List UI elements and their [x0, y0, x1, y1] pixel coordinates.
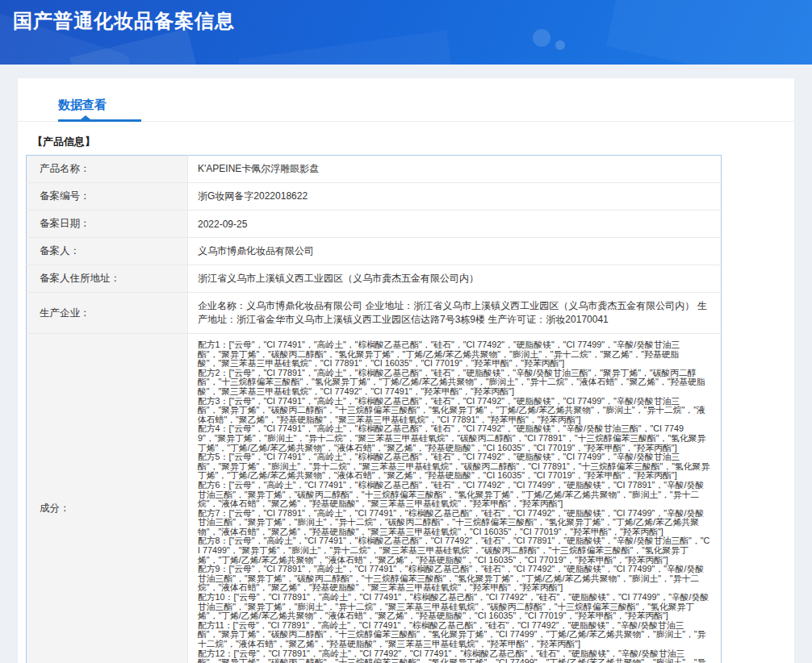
formula-line: 配方8：["云母"，"高岭土"，"CI 77491"，"棕榈酸乙基己酯"，"CI…	[198, 536, 711, 565]
row-label: 备案编号：	[27, 183, 188, 211]
row-label: 备案人住所地址：	[27, 265, 188, 293]
table-row: 备案编号：浙G妆网备字2022018622	[27, 183, 722, 211]
formula-line: 配方3：["云母"，"CI 77491"，"高岭土"，"棕榈酸乙基己酯"，"硅石…	[198, 397, 711, 425]
row-value: 浙江省义乌市上溪镇义西工业园区（义乌市龚杰五金有限公司内）	[188, 265, 722, 293]
row-label: 生产企业：	[27, 293, 188, 334]
product-info-table: 产品名称：K'APEINE卡佩尔浮雕眼影盘备案编号：浙G妆网备字20220186…	[26, 155, 722, 663]
row-value: 浙G妆网备字2022018622	[188, 183, 722, 211]
row-value: 企业名称：义乌市博鼎化妆品有限公司 企业地址：浙江省义乌市上溪镇义西工业园区（义…	[188, 293, 722, 334]
table-row: 备案日期：2022-09-25	[27, 211, 722, 238]
formula-line: 配方7：["云母"，"CI 77891"，"高岭土"，"CI 77491"，"棕…	[198, 509, 711, 537]
section-title-product-info: 【产品信息】	[32, 135, 794, 149]
page-banner: 国产普通化妆品备案信息	[0, 0, 812, 65]
product-info-table-body: 产品名称：K'APEINE卡佩尔浮雕眼影盘备案编号：浙G妆网备字20220186…	[27, 156, 722, 663]
table-row: 成分：配方1：["云母"，"CI 77491"，"高岭土"，"棕榈酸乙基己酯"，…	[27, 334, 722, 663]
formula-line: 配方12：["云母"，"CI 77891"，"高岭土"，"CI 77492"，"…	[198, 649, 711, 663]
banner-decoration-dot	[555, 40, 565, 50]
row-value: 2022-09-25	[188, 211, 722, 238]
formula-line: 配方9：["云母"，"CI 77891"，"高岭土"，"CI 77491"，"棕…	[198, 565, 711, 593]
active-tab-pointer-icon	[81, 115, 90, 119]
row-label: 产品名称：	[27, 156, 188, 183]
row-value: K'APEINE卡佩尔浮雕眼影盘	[188, 156, 722, 183]
tab-bar: 数据查看	[18, 78, 794, 122]
content-card: 数据查看 【产品信息】 产品名称：K'APEINE卡佩尔浮雕眼影盘备案编号：浙G…	[18, 78, 794, 663]
table-row: 产品名称：K'APEINE卡佩尔浮雕眼影盘	[27, 156, 722, 183]
table-row: 生产企业：企业名称：义乌市博鼎化妆品有限公司 企业地址：浙江省义乌市上溪镇义西工…	[27, 293, 722, 334]
formula-line: 配方10：["云母"，"CI 77891"，"高岭土"，"CI 77491"，"…	[198, 593, 711, 621]
row-label: 备案人：	[27, 238, 188, 265]
page-title: 国产普通化妆品备案信息	[13, 8, 235, 34]
active-tab-underline	[58, 119, 141, 122]
formula-line: 配方6：["云母"，"高岭土"，"CI 77491"，"棕榈酸乙基己酯"，"硅石…	[198, 481, 711, 509]
formula-line: 配方11：["云母"，"CI 77891"，"高岭土"，"CI 77491"，"…	[198, 621, 711, 649]
table-row: 备案人：义乌市博鼎化妆品有限公司	[27, 238, 722, 265]
formula-line: 配方1：["云母"，"CI 77491"，"高岭土"，"棕榈酸乙基己酯"，"硅石…	[198, 340, 711, 369]
table-row: 备案人住所地址：浙江省义乌市上溪镇义西工业园区（义乌市龚杰五金有限公司内）	[27, 265, 722, 293]
row-label: 备案日期：	[27, 211, 188, 238]
formula-line: 配方2：["云母"，"CI 77891"，"高岭土"，"棕榈酸乙基己酯"，"硅石…	[198, 369, 711, 397]
formula-line: 配方5：["云母"，"CI 77491"，"高岭土"，"棕榈酸乙基己酯"，"硅石…	[198, 452, 711, 481]
formula-line: 配方4：["云母"，"CI 77491"，"高岭土"，"棕榈酸乙基己酯"，"硅石…	[198, 424, 711, 452]
banner-decoration	[606, 0, 812, 65]
row-label: 成分：	[27, 334, 188, 663]
banner-decoration	[239, 30, 456, 65]
tab-data-view-label: 数据查看	[58, 98, 107, 111]
row-value: 义乌市博鼎化妆品有限公司	[188, 238, 722, 265]
banner-decoration-dot	[533, 29, 550, 47]
row-value: 配方1：["云母"，"CI 77491"，"高岭土"，"棕榈酸乙基己酯"，"硅石…	[188, 334, 722, 663]
